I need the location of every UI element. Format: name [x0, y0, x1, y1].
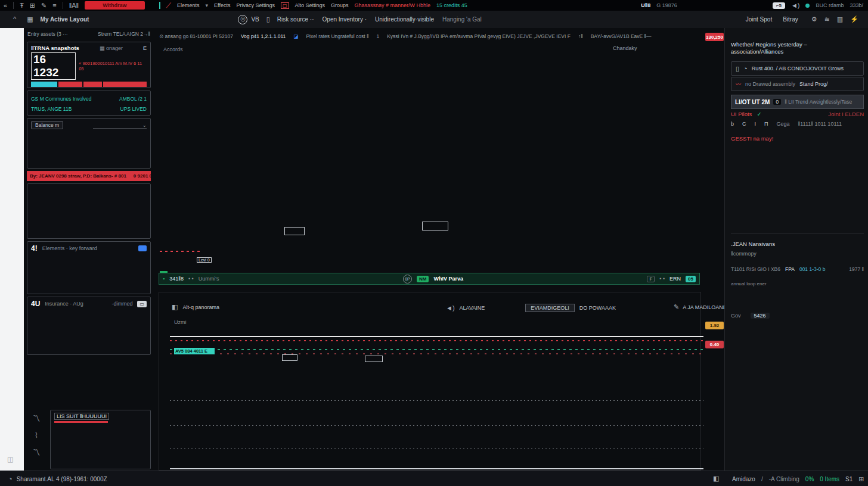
balance-input[interactable]: ⌄ — [93, 122, 147, 129]
menu-visibility[interactable]: Unidirectionally-visible — [375, 16, 434, 23]
text-box-tool-icon[interactable]: ‖A‖ — [69, 2, 79, 9]
menu-joint-spot[interactable]: Joint Spot — [746, 16, 772, 23]
page-chip[interactable]: 5426 — [751, 313, 770, 319]
chevron-up-icon[interactable]: ^ — [13, 16, 16, 23]
menu-privacy[interactable]: Privacy Settings — [236, 2, 275, 8]
sparkline-icon[interactable]: 〽 — [33, 415, 41, 423]
bar-chart-icon[interactable]: ◧ — [713, 475, 719, 482]
grid-icon[interactable]: ⊞ — [858, 476, 864, 482]
balance-row[interactable] — [31, 129, 147, 139]
checkbox[interactable]: ▭ — [137, 301, 147, 307]
phone-icon[interactable]: ▯ — [266, 16, 270, 23]
powaaak-label[interactable]: DO POWAAAK — [579, 305, 616, 311]
alavaine-label[interactable]: ALAVAINE — [460, 305, 485, 311]
dots: • • — [659, 276, 665, 282]
lightning-icon[interactable]: ⚡ — [850, 16, 858, 23]
madiloane-label[interactable]: A JA MADILOANE — [683, 304, 727, 310]
drawing-rectangle[interactable] — [365, 356, 383, 362]
tab-p[interactable]: Π — [764, 121, 768, 127]
menu-hanging[interactable]: Hanging 'a Gal — [442, 16, 482, 23]
credits-text: 15 credits 45 — [436, 2, 467, 8]
symbol-search[interactable]: ⊙ ansang go 81-10001 PI 52107 — [159, 33, 233, 39]
blue-badge[interactable] — [138, 245, 147, 251]
sparkline-icon[interactable]: ⌇ — [35, 431, 38, 440]
menu-risk-source[interactable]: Risk source ·· — [277, 16, 314, 23]
teal-series-label[interactable]: AV5 084 4011 E — [174, 348, 215, 354]
align-tool-icon[interactable]: ≡ — [52, 2, 56, 9]
price-axis[interactable] — [704, 45, 724, 273]
panel-icon[interactable]: ▥ — [837, 16, 843, 23]
settings-icon[interactable]: ⚙ — [811, 16, 817, 23]
active-position-strip[interactable]: ▪ 341‖8 • • Uummi's 0P NM WhIV Parva F •… — [159, 273, 700, 285]
indicator-title[interactable]: Alt-q panorama — [182, 304, 219, 310]
withdraw-button[interactable]: Withdraw — [85, 1, 144, 10]
drawing-rectangle[interactable] — [282, 354, 297, 361]
account-summary: GS M Communes InvolvedAMBOL /2 1TRUS, AN… — [27, 91, 151, 116]
indicator-button[interactable]: EVIAMDIGEOLI — [525, 304, 575, 312]
back-icon[interactable]: « — [4, 2, 7, 9]
interval-label[interactable]: Vog p41 1,2.1.1.011 — [241, 33, 286, 39]
drawing-rectangle[interactable] — [284, 227, 305, 235]
amidazo-label[interactable]: Amidazo — [732, 476, 755, 482]
drawings-row[interactable]: 〰 no Drawed assembly Stand Prog/ — [731, 77, 864, 91]
menu-groups[interactable]: Groups — [331, 2, 349, 8]
pin-tool-icon[interactable]: Ŧ — [20, 2, 24, 9]
menu-open-inventory[interactable]: Open Inventory · — [323, 16, 367, 23]
layout-grid-icon[interactable]: ▦ — [27, 16, 33, 23]
orders-list — [27, 183, 151, 239]
mini-chart-icon[interactable]: ◫ — [7, 456, 13, 463]
position-badge-f[interactable]: F — [647, 276, 655, 282]
onager-label[interactable]: ▦ onager — [100, 45, 123, 51]
tab-i[interactable]: I — [755, 121, 757, 127]
red-square-icon[interactable]: ▢ — [281, 2, 289, 9]
menu-effects[interactable]: Effects — [214, 2, 230, 8]
indicator-label[interactable]: Pixel rates Ungrateful cost ‖ — [306, 33, 368, 39]
price-row[interactable]: T1101 RISi GIO I XB6 FPA 001 1-3-0 b 197… — [731, 266, 864, 272]
dotted-separator — [170, 400, 703, 401]
candlestick-chart — [158, 45, 703, 273]
section-header[interactable]: LI/OT UT 2M 0 ‖ LII Trend Aweightlessly/… — [731, 95, 864, 109]
position-badge-nm[interactable]: NM — [417, 276, 429, 282]
draw-tool-icon[interactable]: ✎ — [41, 2, 46, 9]
pencil-icon[interactable]: ✎ — [674, 304, 679, 310]
pilots-label[interactable]: UI Pilots — [731, 111, 752, 117]
level-label[interactable]: Levi 0 — [197, 257, 212, 263]
expand-icon[interactable]: E — [143, 45, 147, 51]
histogram-icon[interactable]: ◧ — [172, 304, 178, 310]
menu-alto-settings[interactable]: Alto Settings — [295, 2, 326, 8]
section-title: Insurance · AUg — [45, 301, 83, 307]
position-badge-op[interactable]: 0P — [403, 275, 412, 284]
chart-toolbar: ⊙ ansang go 81-10001 PI 52107 Vog p41 1,… — [159, 32, 699, 41]
section-header-badge: 0 — [773, 99, 781, 105]
dimmed-label: -dimmed — [111, 301, 132, 307]
grid-tool-icon[interactable]: ⊞ — [30, 2, 35, 9]
section2-title: .JEAN Nansivans — [731, 241, 864, 247]
speaker-icon[interactable]: ◄) — [791, 2, 800, 9]
joint-label[interactable]: Joint I ELDEN — [828, 111, 864, 117]
toggle-pill[interactable]: ⌐5 — [773, 2, 785, 9]
time-axis[interactable] — [170, 454, 703, 462]
drawings-text: no Drawed assembly — [745, 81, 795, 87]
arrow-up-icon[interactable]: ↑‖ — [578, 33, 583, 39]
account-row[interactable]: ▯ ◔ Rust 400. / AB CONDOJOVOIT Grows — [731, 61, 864, 76]
balance-rows — [31, 129, 147, 139]
menu-elements[interactable]: Elements — [177, 2, 200, 8]
entry-assets-label[interactable]: Entry assets (3 ··· — [27, 31, 68, 37]
row-segment: UPS LIVED — [120, 106, 147, 112]
waves-icon[interactable]: ≋ — [824, 16, 830, 23]
balance-chip[interactable]: Balance m — [31, 121, 63, 129]
layout-name[interactable]: My Active Layout — [41, 16, 89, 23]
pen-line-icon[interactable]: ⟋ — [166, 1, 171, 10]
menu-bitray[interactable]: Bitray — [783, 16, 798, 23]
climbing-label[interactable]: -A Climbing — [769, 476, 799, 482]
alert-banner[interactable]: By: JEANV 0298 straw, P.D: Balkans- # 80… — [27, 171, 151, 181]
drawing-rectangle[interactable] — [422, 222, 448, 230]
speaker-icon[interactable]: ◄) — [446, 305, 455, 311]
snapshot-widget: ‖TRNA snapshots ▦ onager E 16 1232 « 900… — [27, 42, 151, 88]
tab-b[interactable]: b — [731, 121, 734, 127]
flag-icon[interactable]: ◪ — [293, 33, 298, 39]
sparkline-icon[interactable]: 〽 — [33, 448, 41, 457]
summary-row[interactable]: GS M Communes InvolvedAMBOL /2 1 — [31, 94, 147, 104]
tab-c[interactable]: C — [742, 121, 746, 127]
summary-row[interactable]: TRUS, ANGE 11BUPS LIVED — [31, 104, 147, 114]
